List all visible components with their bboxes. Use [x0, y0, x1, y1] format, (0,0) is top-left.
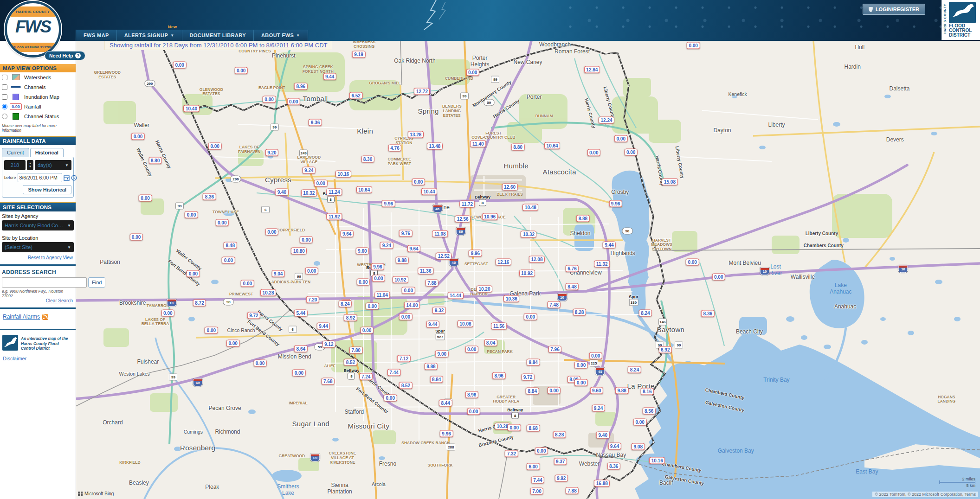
rainfall-gauge-label[interactable]: 8.48	[224, 242, 237, 249]
rainfall-gauge-label[interactable]: 8.24	[639, 309, 652, 316]
rainfall-gauge-label[interactable]: 0.00	[399, 313, 412, 320]
rainfall-gauge-label[interactable]: 8.96	[294, 83, 307, 90]
rainfall-gauge-label[interactable]: 0.00	[205, 327, 218, 334]
rainfall-gauge-label[interactable]: 0.00	[139, 194, 152, 201]
rainfall-gauge-label[interactable]: 10.48	[522, 204, 538, 211]
rainfall-gauge-label[interactable]: 9.08	[632, 443, 645, 450]
rainfall-gauge-label[interactable]: 8.64	[294, 345, 307, 352]
rainfall-gauge-label[interactable]: 0.00	[465, 345, 478, 352]
map-canvas[interactable]: Showing rainfall for 218 Days from 12/31…	[76, 41, 980, 499]
rss-icon[interactable]	[42, 314, 48, 320]
rainfall-gauge-label[interactable]: 0.00	[624, 149, 637, 156]
rainfall-gauge-label[interactable]: 9.92	[554, 474, 567, 481]
rainfall-gauge-label[interactable]: 9.72	[247, 312, 260, 319]
rainfall-gauge-label[interactable]: 10.64	[356, 186, 372, 193]
rainfall-gauge-label[interactable]: 9.44	[323, 73, 336, 80]
rainfall-gauge-label[interactable]: 7.88	[566, 487, 579, 494]
rainfall-gauge-label[interactable]: 12.08	[529, 256, 545, 263]
duration-unit-select[interactable]: day(s) ▼	[35, 160, 71, 170]
rainfall-gauge-label[interactable]: 0.00	[300, 236, 313, 243]
rainfall-gauge-label[interactable]: 9.72	[521, 374, 534, 381]
rainfall-gauge-label[interactable]: 9.24	[380, 242, 393, 249]
rainfall-gauge-label[interactable]: 7.00	[530, 488, 543, 495]
rainfall-gauge-label[interactable]: 8.48	[566, 283, 579, 290]
rainfall-gauge-label[interactable]: 0.00	[222, 257, 235, 264]
rainfall-gauge-label[interactable]: 8.68	[527, 424, 540, 431]
nav-item-document-library[interactable]: DOCUMENT LIBRARY	[182, 30, 254, 41]
rainfall-gauge-label[interactable]: 9.60	[356, 248, 369, 255]
rainfall-gauge-label[interactable]: 10.32	[301, 190, 317, 197]
rainfall-gauge-label[interactable]: 12.84	[584, 66, 600, 73]
rainfall-gauge-label[interactable]: 8.96	[465, 391, 478, 398]
rainfall-gauge-label[interactable]: 10.08	[458, 320, 473, 327]
rainfall-gauge-label[interactable]: 12.72	[414, 88, 430, 95]
rainfall-gauge-label[interactable]: 9.64	[340, 230, 353, 237]
rainfall-gauge-label[interactable]: 0.00	[589, 352, 602, 359]
rainfall-gauge-label[interactable]: 9.00	[435, 350, 448, 357]
rainfall-gauge-label[interactable]: 8.30	[361, 155, 374, 162]
rainfall-gauge-label[interactable]: 8.28	[573, 308, 586, 315]
rainfall-gauge-label[interactable]: 13.28	[408, 131, 424, 138]
rainfall-gauge-label[interactable]: 0.00	[357, 278, 370, 285]
checkbox-channels[interactable]	[2, 84, 7, 90]
rainfall-gauge-label[interactable]: 10.64	[544, 142, 560, 149]
rainfall-gauge-label[interactable]: 0.00	[687, 42, 700, 49]
login-register-button[interactable]: LOGIN/REGISTER	[863, 4, 925, 15]
rainfall-gauge-label[interactable]: 9.36	[309, 119, 322, 126]
duration-value-input[interactable]: 218	[4, 160, 26, 170]
rainfall-gauge-label[interactable]: 8.80	[511, 144, 524, 151]
agency-select[interactable]: Harris County Flood Control Dist... ▼	[2, 220, 74, 230]
location-select[interactable]: (Select Site) ▼	[2, 242, 74, 252]
rainfall-gauge-label[interactable]: 7.20	[306, 296, 319, 303]
rainfall-gauge-label[interactable]: 0.00	[241, 280, 254, 287]
rainfall-gauge-label[interactable]: 9.44	[317, 322, 330, 329]
rainfall-gauge-label[interactable]: 9.96	[371, 263, 384, 270]
rainfall-gauge-label[interactable]: 8.80	[148, 157, 161, 164]
rainfall-gauge-label[interactable]: 0.00	[208, 143, 221, 150]
rainfall-gauge-label[interactable]: 9.40	[596, 431, 609, 438]
rainfall-gauge-label[interactable]: 13.48	[427, 143, 443, 150]
rainfall-gauge-label[interactable]: 7.48	[548, 301, 561, 308]
rainfall-gauge-label[interactable]: 8.92	[344, 314, 357, 321]
rainfall-gauge-label[interactable]: 9.88	[395, 257, 408, 264]
show-historical-button[interactable]: Show Historical	[23, 185, 71, 194]
rainfall-gauge-label[interactable]: 7.80	[349, 346, 362, 353]
rainfall-gauge-label[interactable]: 9.19	[352, 51, 365, 58]
rainfall-gauge-label[interactable]: 11.72	[459, 200, 475, 207]
rainfall-gauge-label[interactable]: 0.00	[234, 67, 247, 74]
rainfall-gauge-label[interactable]: 0.00	[366, 303, 379, 310]
rainfall-gauge-label[interactable]: 7.44	[387, 369, 400, 376]
rainfall-gauge-label[interactable]: 11.32	[594, 261, 610, 268]
rainfall-gauge-label[interactable]: 9.64	[608, 443, 621, 450]
rainfall-gauge-label[interactable]: 8.84	[430, 376, 443, 383]
rainfall-gauge-label[interactable]: 9.12	[322, 341, 335, 348]
rainfall-gauge-label[interactable]: 11.36	[418, 267, 433, 274]
rainfall-gauge-label[interactable]: 15.08	[662, 179, 677, 186]
rainfall-gauge-label[interactable]: 8.44	[439, 399, 452, 406]
rainfall-gauge-label[interactable]: 0.00	[548, 387, 561, 394]
radio-rainfall[interactable]	[2, 104, 7, 109]
rainfall-gauge-label[interactable]: 10.92	[393, 276, 408, 283]
checkbox-watersheds[interactable]	[2, 75, 7, 80]
rainfall-gauge-label[interactable]: 5.44	[294, 309, 307, 316]
rainfall-gauge-label[interactable]: 0.00	[187, 270, 200, 277]
rainfall-gauge-label[interactable]: 11.92	[327, 213, 342, 220]
rainfall-gauge-label[interactable]: 7.24	[359, 373, 372, 380]
rainfall-gauge-label[interactable]: 0.00	[185, 211, 198, 218]
nav-item-fws-map[interactable]: FWS MAP	[76, 30, 117, 41]
rainfall-gauge-label[interactable]: 10.80	[291, 247, 307, 254]
rainfall-gauge-label[interactable]: 12.24	[599, 116, 614, 123]
rainfall-gauge-label[interactable]: 8.56	[642, 408, 655, 415]
rainfall-gauge-label[interactable]: 4.76	[388, 145, 401, 152]
rainfall-gauge-label[interactable]: 9.76	[399, 230, 412, 237]
rainfall-gauge-label[interactable]: 8.36	[701, 310, 714, 317]
rainfall-gauge-label[interactable]: 12.60	[502, 184, 518, 191]
nav-item-about-fws[interactable]: ABOUT FWS▼	[254, 30, 308, 41]
rainfall-gauge-label[interactable]: 9.96	[469, 250, 482, 257]
rainfall-gauge-label[interactable]: 11.40	[471, 141, 486, 147]
rainfall-gauge-label[interactable]: 0.00	[412, 179, 425, 186]
rainfall-gauge-label[interactable]: 0.00	[305, 267, 318, 274]
rainfall-gauge-label[interactable]: 9.88	[615, 387, 628, 394]
rainfall-gauge-label[interactable]: 9.84	[527, 358, 540, 365]
rainfall-gauge-label[interactable]: 8.96	[492, 372, 505, 379]
